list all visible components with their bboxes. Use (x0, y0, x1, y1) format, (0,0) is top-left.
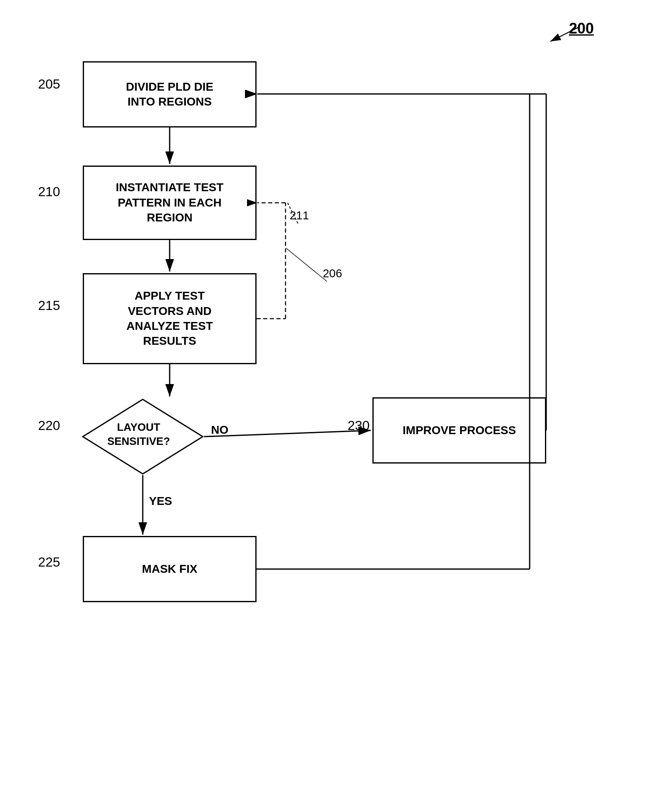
diamond-220-text: LAYOUTSENSITIVE? (81, 397, 197, 472)
svg-text:211: 211 (290, 209, 309, 222)
step-220-label: 220 (38, 418, 60, 433)
svg-line-11 (204, 430, 371, 437)
svg-text:YES: YES (149, 495, 172, 507)
step-230-label: 230 (348, 418, 370, 433)
box-210: INSTANTIATE TESTPATTERN IN EACHREGION (83, 166, 257, 240)
figure-arrow (538, 23, 588, 48)
svg-line-22 (286, 248, 327, 281)
svg-text:NO: NO (211, 423, 228, 436)
svg-text:206: 206 (323, 267, 342, 280)
svg-line-20 (288, 203, 298, 223)
step-205-label: 205 (38, 77, 60, 92)
step-225-label: 225 (38, 555, 60, 570)
box-205: DIVIDE PLD DIEINTO REGIONS (83, 61, 257, 127)
step-215-label: 215 (38, 298, 60, 313)
box-230: IMPROVE PROCESS (372, 397, 546, 464)
step-210-label: 210 (38, 184, 60, 199)
box-215: APPLY TESTVECTORS ANDANALYZE TESTRESULTS (83, 273, 257, 364)
box-225: MASK FIX (83, 536, 257, 602)
diamond-220: LAYOUTSENSITIVE? (81, 397, 197, 472)
diagram-container: 200 205 DIVIDE PLD DIEINTO REGIONS 210 I… (0, 0, 660, 812)
svg-line-0 (550, 27, 579, 41)
